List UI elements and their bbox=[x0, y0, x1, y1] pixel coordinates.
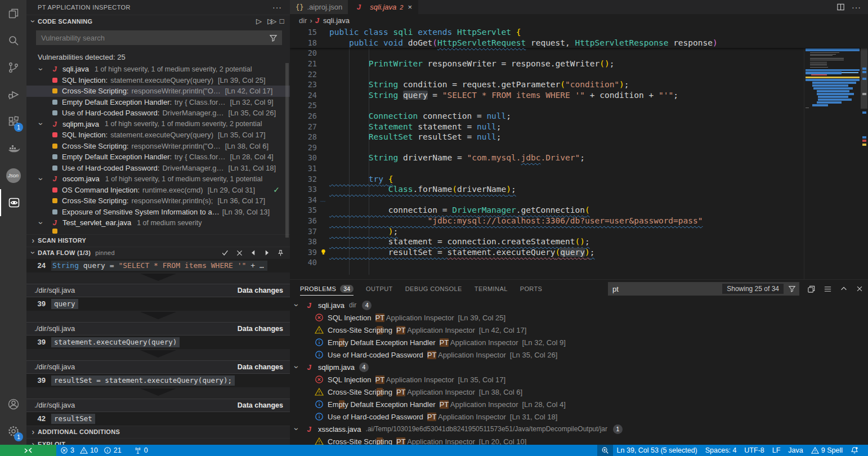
filter-funnel-icon[interactable] bbox=[269, 34, 278, 42]
sidebar-scrollbar[interactable] bbox=[285, 63, 289, 238]
problem-row[interactable]: Cross-Site ScriptingPT Application Inspe… bbox=[290, 386, 868, 398]
notifications-bell-icon[interactable] bbox=[847, 445, 862, 456]
breadcrumb[interactable]: dir › J sqli.java bbox=[290, 14, 868, 27]
problem-file-row[interactable]: ›Jsqlipm.java4 bbox=[290, 361, 868, 373]
problem-file-row[interactable]: ›Jsqli.javadir4 bbox=[290, 299, 868, 311]
indentation-status[interactable]: Spaces: 4 bbox=[701, 445, 741, 456]
problem-row[interactable]: SQL InjectionPT Application Inspector[Ln… bbox=[290, 311, 868, 324]
panel-tab-problems[interactable]: PROBLEMS34 bbox=[300, 280, 354, 298]
minimap[interactable] bbox=[804, 27, 860, 279]
additional-conditions-header[interactable]: › ADDITIONAL CONDITIONS bbox=[26, 426, 290, 438]
data-flow-step-header[interactable]: ./dir/sqli.javaData changes bbox=[26, 322, 290, 336]
chevron-down-icon[interactable]: › bbox=[40, 218, 50, 227]
code-line[interactable]: 36 "jdbc:mysql://localhost:3306/db?user=… bbox=[290, 216, 868, 226]
view-as-table-icon[interactable] bbox=[824, 285, 832, 293]
vuln-item-row[interactable]: SQL Injection:statement.executeQuery(que… bbox=[26, 75, 290, 86]
code-line[interactable]: 40 bbox=[290, 257, 868, 268]
editor-scrollbar[interactable] bbox=[860, 27, 868, 279]
filter-funnel-icon[interactable] bbox=[788, 285, 796, 293]
breadcrumb-folder[interactable]: dir bbox=[299, 16, 307, 25]
vuln-file-row[interactable]: ›Jsqli.java1 of high severity, 1 of medi… bbox=[26, 64, 290, 75]
data-flow-step-header[interactable]: ./dir/sqli.javaData changes bbox=[26, 284, 290, 297]
code-line[interactable]: 37 ); bbox=[290, 226, 868, 236]
json-tools-icon[interactable]: Json bbox=[0, 162, 26, 189]
extensions-icon[interactable]: 1 bbox=[0, 108, 26, 135]
data-flow-header[interactable]: › DATA FLOW (1/3) pinned bbox=[26, 247, 290, 259]
panel-tab-terminal[interactable]: TERMINAL bbox=[475, 280, 508, 298]
cursor-position[interactable]: Ln 39, Col 53 (5 selected) bbox=[613, 445, 701, 456]
code-line[interactable]: 22 bbox=[290, 69, 868, 79]
code-line[interactable]: 26 Connection connection = null; bbox=[290, 111, 868, 122]
split-editor-icon[interactable] bbox=[836, 3, 845, 11]
prev-step-icon[interactable] bbox=[250, 249, 257, 256]
vuln-item-row[interactable]: SQL Injection:statement.executeQuery(que… bbox=[26, 129, 290, 141]
vuln-item-row[interactable]: Cross-Site Scripting:responseWriter.prin… bbox=[26, 195, 290, 207]
vuln-item-row[interactable]: Empty Default Exception Handler:try { Cl… bbox=[26, 151, 290, 163]
vuln-file-row[interactable]: ›Joscom.java1 of high severity, 1 of med… bbox=[26, 173, 290, 185]
ports-status[interactable]: 0 bbox=[130, 445, 152, 456]
chevron-down-icon[interactable]: › bbox=[40, 119, 50, 128]
search-icon[interactable] bbox=[0, 27, 26, 54]
encoding-status[interactable]: UTF-8 bbox=[740, 445, 768, 456]
language-mode[interactable]: Java bbox=[784, 445, 807, 456]
code-line[interactable]: 39 resultSet = statement.executeQuery(qu… bbox=[290, 247, 868, 257]
code-line[interactable]: 31 bbox=[290, 163, 868, 174]
code-scanning-header[interactable]: › CODE SCANNING ▷ ▷▷ □ bbox=[26, 15, 290, 27]
problem-file-row[interactable]: ›Jxssclass.java.ai/Temp/103019e6d53041db… bbox=[290, 423, 868, 435]
chevron-down-icon[interactable]: › bbox=[296, 363, 305, 372]
problem-row[interactable]: Use of Hard-coded PasswordPT Application… bbox=[290, 410, 868, 423]
code-line[interactable]: 20 bbox=[290, 48, 868, 59]
code-line[interactable]: 33 Class.forName(driverName); bbox=[290, 184, 868, 195]
code-line[interactable]: 27 Statement statement = null; bbox=[290, 121, 868, 132]
collapse-all-icon[interactable] bbox=[807, 285, 816, 293]
remote-indicator[interactable] bbox=[0, 445, 56, 456]
vuln-item-row[interactable]: Empty Default Exception Handler:try { Cl… bbox=[26, 97, 290, 108]
source-control-icon[interactable] bbox=[0, 54, 26, 81]
vuln-item-row-clipped[interactable] bbox=[26, 229, 290, 234]
problems-status[interactable]: 3 10 21 bbox=[56, 445, 126, 456]
account-icon[interactable] bbox=[0, 391, 26, 418]
code-line[interactable]: 35 connection = DriverManager.getConnect… bbox=[290, 205, 868, 216]
code-line[interactable]: 25 bbox=[290, 100, 868, 111]
eol-status[interactable]: LF bbox=[768, 445, 785, 456]
data-flow-step-row[interactable]: 42resultSet bbox=[26, 412, 290, 426]
vuln-item-row[interactable]: Exposure of Sensitive System Information… bbox=[26, 207, 290, 218]
panel-tab-debug-console[interactable]: DEBUG CONSOLE bbox=[405, 280, 462, 298]
problem-row[interactable]: Cross-Site ScriptingPT Application Inspe… bbox=[290, 435, 868, 445]
vuln-file-row[interactable]: ›Jsqlipm.java1 of high severity, 1 of me… bbox=[26, 119, 290, 130]
run-debug-icon[interactable] bbox=[0, 81, 26, 108]
docker-icon[interactable] bbox=[0, 135, 26, 162]
vuln-item-row[interactable]: Cross-Site Scripting:responseWriter.prin… bbox=[26, 141, 290, 152]
data-flow-step-header[interactable]: ./dir/sqli.javaData changes bbox=[26, 399, 290, 412]
scan-stop-icon[interactable]: □ bbox=[280, 17, 284, 25]
problem-row[interactable]: Use of Hard-coded PasswordPT Application… bbox=[290, 348, 868, 361]
problem-row[interactable]: Empty Default Exception HandlerPT Applic… bbox=[290, 336, 868, 348]
tab-sqli-java[interactable]: J sqli.java 2 × bbox=[348, 0, 418, 14]
vuln-item-row[interactable]: Use of Hard-coded Password:DriverManager… bbox=[26, 108, 290, 119]
explorer-icon[interactable] bbox=[0, 0, 26, 27]
problem-row[interactable]: Empty Default Exception HandlerPT Applic… bbox=[290, 398, 868, 410]
chevron-down-icon[interactable]: › bbox=[40, 65, 50, 74]
problems-filter-input[interactable]: ptShowing 25 of 34 bbox=[608, 282, 799, 296]
code-line[interactable]: 32 try { bbox=[290, 173, 868, 184]
data-flow-step-row[interactable]: 39statement.executeQuery(query) bbox=[26, 336, 290, 349]
problem-row[interactable]: Cross-Site ScriptingPT Application Inspe… bbox=[290, 324, 868, 336]
chevron-down-icon[interactable]: › bbox=[296, 424, 305, 433]
pin-icon[interactable] bbox=[277, 249, 284, 257]
exploit-header[interactable]: › EXPLOIT bbox=[26, 438, 290, 445]
vuln-item-row[interactable]: Use of Hard-coded Password:DriverManager… bbox=[26, 163, 290, 174]
data-flow-source-line[interactable]: 24 String query = "SELECT * FROM items W… bbox=[26, 259, 290, 272]
chevron-down-icon[interactable]: › bbox=[296, 301, 305, 310]
next-step-icon[interactable] bbox=[263, 249, 270, 256]
code-line[interactable]: 29 bbox=[290, 142, 868, 153]
code-line[interactable]: 21 PrintWriter responseWriter = response… bbox=[290, 59, 868, 69]
scan-full-icon[interactable]: ▷▷ bbox=[267, 17, 274, 25]
sidebar-more-actions-icon[interactable]: ··· bbox=[272, 3, 282, 12]
breadcrumb-file[interactable]: sqli.java bbox=[323, 16, 350, 25]
tab-close-icon[interactable]: × bbox=[408, 3, 412, 11]
scan-history-header[interactable]: › SCAN HISTORY bbox=[26, 234, 290, 247]
code-line[interactable]: 23 String condition = request.getParamet… bbox=[290, 79, 868, 90]
panel-tab-output[interactable]: OUTPUT bbox=[366, 280, 393, 298]
scan-start-icon[interactable]: ▷ bbox=[256, 17, 262, 25]
editor-more-actions-icon[interactable]: ··· bbox=[852, 3, 861, 12]
